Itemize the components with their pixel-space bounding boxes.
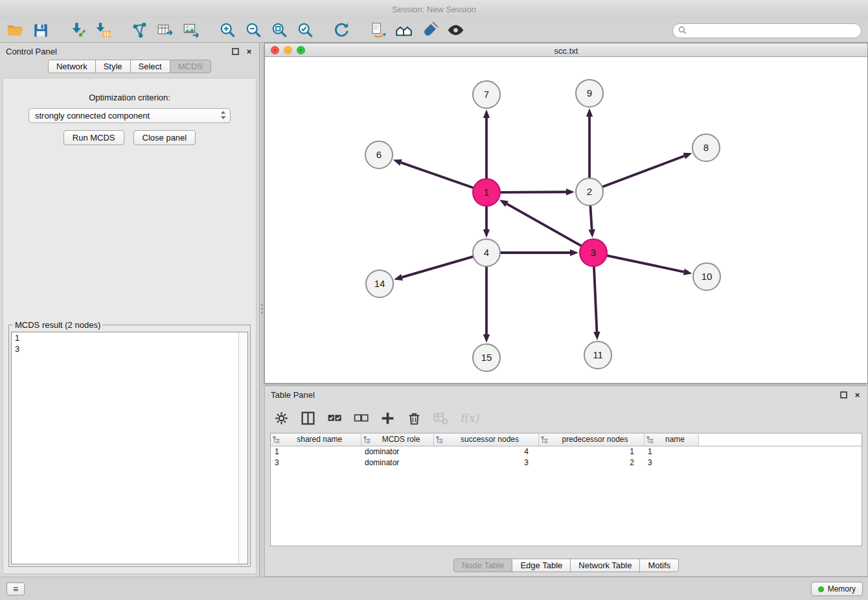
delete-icon[interactable]: [404, 408, 424, 428]
export-image-icon[interactable]: [181, 21, 201, 40]
zoom-fit-icon[interactable]: [269, 21, 289, 40]
table-cell[interactable]: 2: [538, 457, 644, 468]
attribute-type-icon: [436, 436, 443, 445]
tab-network-table[interactable]: Network Table: [570, 559, 640, 572]
apply-layout-icon[interactable]: [394, 21, 413, 40]
graph-node[interactable]: 3: [580, 239, 607, 266]
select-all-icon[interactable]: [325, 408, 344, 428]
refresh-icon[interactable]: [332, 21, 351, 40]
settings-icon[interactable]: [271, 408, 291, 428]
column-browser-icon[interactable]: [298, 408, 317, 428]
table-cell[interactable]: dominator: [361, 457, 433, 468]
zoom-selected-icon[interactable]: [295, 21, 315, 40]
column-header-predecessor-nodes[interactable]: predecessor nodes: [538, 433, 644, 446]
graph-edge[interactable]: [607, 255, 692, 275]
graph-node[interactable]: 2: [576, 178, 603, 205]
tab-edge-table[interactable]: Edge Table: [512, 559, 571, 572]
graph-edge[interactable]: [483, 206, 490, 238]
zoom-out-icon[interactable]: [244, 21, 263, 40]
table-cell[interactable]: 1: [271, 446, 361, 457]
window-maximize-icon[interactable]: +: [297, 46, 305, 54]
application-window: Session: New Session Control Panel × Net…: [0, 0, 868, 600]
column-header-successor-nodes[interactable]: successor nodes: [433, 433, 538, 446]
save-session-icon[interactable]: [31, 21, 51, 40]
graph-node[interactable]: 8: [692, 134, 720, 161]
network-window-titlebar: × − + scc.txt: [265, 43, 867, 57]
style-brush-icon[interactable]: [420, 21, 439, 40]
mcds-result-list[interactable]: 13: [11, 332, 248, 564]
open-session-icon[interactable]: [5, 21, 25, 40]
graph-node[interactable]: 1: [473, 179, 500, 206]
column-header-name[interactable]: name: [644, 433, 698, 446]
graph-node[interactable]: 11: [584, 341, 611, 369]
export-table-icon[interactable]: [155, 21, 175, 40]
graph-edge[interactable]: [483, 110, 490, 179]
table-row[interactable]: 1dominator411: [271, 446, 862, 457]
graph-edge[interactable]: [393, 159, 474, 188]
import-network-icon[interactable]: [67, 21, 87, 40]
close-panel-icon[interactable]: ×: [245, 47, 253, 56]
table-cell[interactable]: 1: [538, 446, 644, 457]
console-button[interactable]: ≡: [6, 583, 25, 595]
graph-node[interactable]: 9: [576, 80, 603, 107]
float-panel-icon[interactable]: [231, 47, 240, 56]
graph-edge[interactable]: [499, 200, 582, 246]
add-icon[interactable]: [378, 408, 397, 428]
table-cell[interactable]: 4: [433, 446, 538, 457]
table-cell[interactable]: 1: [644, 446, 698, 457]
graph-node[interactable]: 7: [473, 81, 500, 108]
graph-edge[interactable]: [589, 205, 595, 238]
tab-mcds[interactable]: MCDS: [170, 60, 211, 73]
optimization-criterion-select[interactable]: strongly connected component: [29, 108, 231, 123]
window-close-icon[interactable]: ×: [271, 46, 279, 54]
memory-button[interactable]: Memory: [811, 582, 863, 596]
graph-node[interactable]: 15: [473, 344, 500, 371]
graph-edge[interactable]: [483, 266, 490, 343]
column-header-shared-name[interactable]: shared name: [271, 433, 361, 446]
tab-node-table[interactable]: Node Table: [453, 559, 513, 572]
panel-splitter[interactable]: [260, 43, 264, 577]
table-row[interactable]: 3dominator323: [271, 457, 862, 468]
zoom-in-icon[interactable]: [218, 21, 237, 40]
search-box[interactable]: [672, 23, 862, 38]
network-canvas[interactable]: 7968124314101511: [265, 57, 867, 383]
attribute-type-icon: [363, 436, 371, 445]
graph-node[interactable]: 10: [693, 263, 720, 290]
result-scrollbar[interactable]: [238, 332, 247, 564]
result-item[interactable]: 1: [12, 332, 247, 343]
graph-edge[interactable]: [602, 153, 692, 187]
graph-edge[interactable]: [586, 108, 593, 178]
table-cell[interactable]: dominator: [361, 446, 433, 457]
close-panel-button[interactable]: Close panel: [133, 130, 196, 145]
window-minimize-icon[interactable]: −: [284, 46, 292, 54]
new-network-icon[interactable]: [130, 21, 149, 40]
tab-select[interactable]: Select: [130, 60, 170, 73]
table-cell[interactable]: 3: [271, 457, 361, 468]
run-mcds-button[interactable]: Run MCDS: [63, 130, 124, 145]
column-header-mcds-role[interactable]: MCDS role: [361, 433, 433, 446]
graph-node[interactable]: 4: [473, 239, 500, 266]
table-panel-header: Table Panel ×: [265, 386, 867, 403]
window-titlebar: Session: New Session: [0, 0, 868, 18]
graph-edge[interactable]: [500, 249, 578, 256]
table-cell[interactable]: 3: [644, 457, 698, 468]
search-input[interactable]: [687, 26, 861, 36]
float-table-panel-icon[interactable]: [839, 391, 848, 399]
mcds-panel: Optimization criterion: strongly connect…: [3, 78, 257, 574]
graph-edge[interactable]: [593, 266, 600, 340]
network-view-window: × − + scc.txt 7968124314101511: [264, 43, 868, 384]
result-item[interactable]: 3: [12, 343, 247, 354]
tab-network[interactable]: Network: [48, 60, 96, 73]
graph-node[interactable]: 14: [366, 270, 393, 297]
tab-style[interactable]: Style: [95, 60, 131, 73]
copy-network-style-icon[interactable]: [368, 21, 387, 40]
table-cell[interactable]: 3: [433, 457, 538, 468]
graph-node[interactable]: 6: [365, 141, 393, 168]
tab-motifs[interactable]: Motifs: [639, 559, 679, 572]
graph-edge[interactable]: [500, 189, 575, 195]
show-graphics-icon[interactable]: [446, 21, 465, 40]
close-table-panel-icon[interactable]: ×: [853, 391, 862, 399]
import-table-icon[interactable]: [93, 21, 113, 40]
deselect-all-icon[interactable]: [351, 408, 371, 428]
graph-edge[interactable]: [394, 257, 474, 281]
